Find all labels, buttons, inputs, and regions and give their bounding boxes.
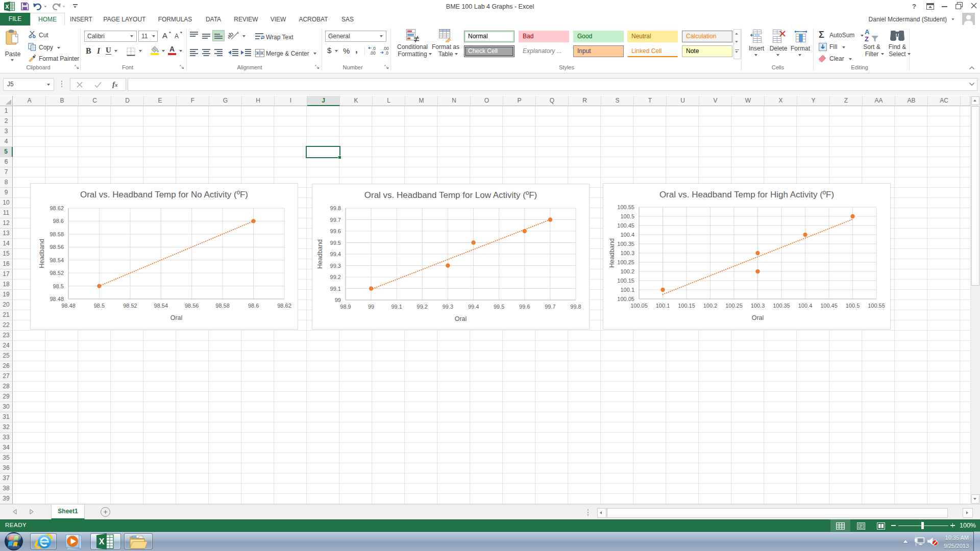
svg-text:99.3: 99.3 [330,263,341,269]
svg-text:99.7: 99.7 [545,304,555,310]
svg-text:Oral: Oral [455,315,467,322]
svg-text:99.2: 99.2 [330,274,341,280]
svg-text:.00: .00 [370,51,376,56]
svg-text:100.45: 100.45 [617,222,634,229]
svg-text:98.6: 98.6 [248,303,259,309]
svg-text:100.4: 100.4 [620,232,634,238]
svg-text:Oral: Oral [752,314,764,321]
svg-text:100.25: 100.25 [617,259,634,265]
svg-text:100.15: 100.15 [617,278,634,284]
svg-text:99.5: 99.5 [494,304,504,310]
svg-text:99.3: 99.3 [443,304,453,310]
svg-text:Oral vs. Headband Temp for Low: Oral vs. Headband Temp for Low Activity … [364,190,537,200]
svg-text:98.56: 98.56 [185,303,199,309]
svg-text:98.6: 98.6 [53,218,64,224]
svg-text:Z: Z [865,35,869,43]
svg-text:98.48: 98.48 [61,303,76,309]
svg-text:99: 99 [335,297,341,303]
svg-text:99: 99 [368,304,374,310]
svg-text:98.58: 98.58 [215,303,230,309]
svg-text:98.58: 98.58 [50,231,64,237]
svg-text:Headband: Headband [608,238,616,268]
svg-text:100.55: 100.55 [868,303,885,309]
svg-text:100.05: 100.05 [617,296,634,302]
svg-text:98.62: 98.62 [50,205,64,211]
svg-text:Oral vs. Headband Temp for No: Oral vs. Headband Temp for No Activity (… [80,190,248,199]
svg-text:98.52: 98.52 [123,303,137,309]
svg-text:100.5: 100.5 [846,303,860,309]
svg-text:Oral: Oral [170,314,183,321]
svg-text:98.9: 98.9 [340,304,351,310]
svg-text:99.7: 99.7 [330,217,341,223]
svg-text:99.6: 99.6 [330,228,341,234]
svg-text:100.1: 100.1 [656,303,670,309]
svg-text:100.4: 100.4 [798,303,813,309]
svg-text:Oral vs. Headband Temp for Hig: Oral vs. Headband Temp for High Activity… [659,190,834,199]
svg-text:100.15: 100.15 [678,303,695,309]
svg-text:Headband: Headband [316,239,324,269]
svg-text:99.6: 99.6 [519,304,530,310]
svg-text:100.25: 100.25 [725,303,743,309]
svg-text:100.45: 100.45 [820,303,838,309]
svg-text:X: X [99,537,105,546]
svg-text:Headband: Headband [38,239,45,268]
svg-text:100.35: 100.35 [773,303,790,309]
svg-text:99.8: 99.8 [570,304,581,310]
svg-text:A: A [865,29,870,36]
svg-text:98.5: 98.5 [53,283,64,289]
svg-text:98.54: 98.54 [154,303,168,309]
svg-text:99.1: 99.1 [391,304,402,310]
svg-text:100.2: 100.2 [703,303,718,309]
svg-text:99.2: 99.2 [417,304,428,310]
svg-text:98.56: 98.56 [50,244,64,250]
svg-text:99.4: 99.4 [468,304,479,310]
svg-text:100.35: 100.35 [617,241,634,247]
svg-text:100.3: 100.3 [620,250,634,256]
svg-text:99.8: 99.8 [330,205,341,211]
svg-text:98.62: 98.62 [277,303,291,309]
svg-text:99.5: 99.5 [330,240,341,246]
svg-text:X: X [5,4,9,10]
svg-text:100.5: 100.5 [620,213,634,219]
svg-text:98.48: 98.48 [50,296,64,302]
svg-text:98.54: 98.54 [50,257,64,263]
svg-text:100.1: 100.1 [620,287,634,293]
svg-text:99.1: 99.1 [330,286,341,292]
svg-text:100.3: 100.3 [751,303,765,309]
svg-text:100.55: 100.55 [617,204,634,210]
svg-text:100.2: 100.2 [620,268,634,274]
svg-text:98.5: 98.5 [94,303,105,309]
svg-text:99.4: 99.4 [330,251,341,257]
svg-text:100.05: 100.05 [630,303,648,309]
svg-text:98.52: 98.52 [50,270,64,276]
